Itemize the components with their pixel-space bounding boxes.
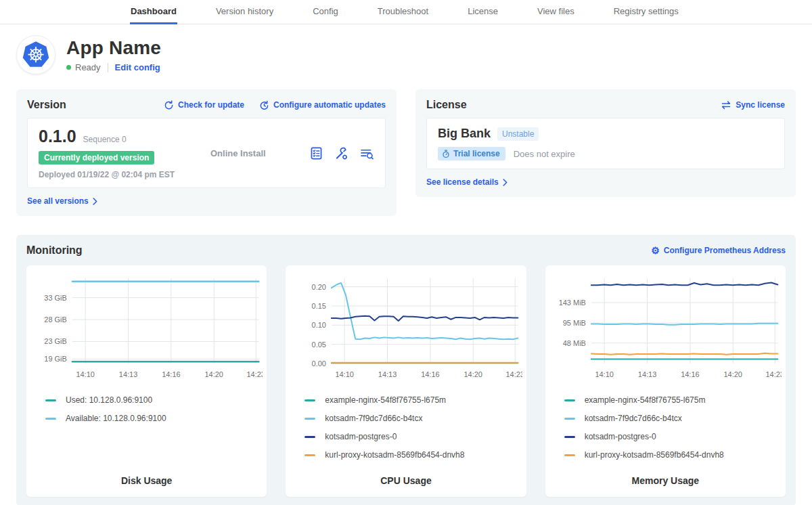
- version-card-title: Version: [27, 99, 66, 111]
- chevron-right-icon: [503, 179, 508, 186]
- legend-label: kurl-proxy-kotsadm-8569fb6454-dnvh8: [585, 450, 724, 460]
- chart-card-cpu: 14:1014:1314:1614:2014:230.200.150.100.0…: [286, 265, 526, 497]
- cards-row: Version Check for update: [0, 89, 812, 216]
- svg-text:14:23: 14:23: [765, 370, 782, 378]
- svg-text:23 GiB: 23 GiB: [44, 337, 67, 345]
- legend-label: kurl-proxy-kotsadm-8569fb6454-dnvh8: [325, 450, 464, 460]
- legend-item: kurl-proxy-kotsadm-8569fb6454-dnvh8: [304, 450, 522, 460]
- current-version-card: 0.1.0 Sequence 0 Currently deployed vers…: [27, 118, 386, 188]
- customer-name: Big Bank: [438, 127, 491, 141]
- tab-dashboard[interactable]: Dashboard: [130, 0, 177, 24]
- svg-text:14:23: 14:23: [246, 370, 263, 378]
- svg-text:14:16: 14:16: [162, 370, 180, 378]
- app-logo: [16, 35, 55, 74]
- series-line: [591, 353, 777, 355]
- check-for-update-button[interactable]: Check for update: [164, 100, 244, 110]
- chart-card-memory: 14:1014:1314:1614:2014:23143 MiB95 MiB48…: [545, 265, 786, 497]
- svg-text:14:13: 14:13: [378, 370, 397, 378]
- status-dot: [66, 65, 71, 70]
- configure-prometheus-link[interactable]: ⚙ Configure Prometheus Address: [651, 246, 786, 255]
- chart-svg-disk: 14:1014:1314:1614:2014:2333 GiB28 GiB23 …: [30, 273, 263, 387]
- svg-text:0.10: 0.10: [312, 321, 326, 329]
- legend-item: example-nginx-54f8f76755-l675m: [564, 395, 782, 405]
- configure-automatic-updates-button[interactable]: Configure automatic updates: [259, 100, 386, 110]
- legend-dash-icon: [564, 399, 575, 401]
- svg-text:95 MiB: 95 MiB: [562, 319, 585, 327]
- legend-label: kotsadm-postgres-0: [585, 432, 656, 441]
- tab-version-history[interactable]: Version history: [215, 0, 274, 24]
- legend-label: kotsadm-7f9dc7d66c-b4tcx: [585, 414, 682, 423]
- legend-item: example-nginx-54f8f76755-l675m: [304, 395, 522, 405]
- svg-text:14:10: 14:10: [336, 370, 354, 378]
- legend-dash-icon: [304, 454, 315, 456]
- view-logs-icon[interactable]: [359, 146, 374, 160]
- svg-text:14:20: 14:20: [205, 370, 223, 378]
- version-number: 0.1.0: [39, 127, 76, 146]
- svg-text:0.05: 0.05: [312, 341, 326, 349]
- chart-legend-disk: Used: 10.128.0.96:9100Available: 10.128.…: [30, 395, 263, 432]
- see-license-details-link[interactable]: See license details: [426, 177, 508, 187]
- svg-text:0.15: 0.15: [312, 302, 326, 310]
- top-nav: DashboardVersion historyConfigTroublesho…: [0, 0, 812, 24]
- legend-item: kotsadm-7f9dc7d66c-b4tcx: [304, 414, 522, 423]
- clock-refresh-icon: [259, 100, 269, 110]
- chart-legend-memory: example-nginx-54f8f76755-l675mkotsadm-7f…: [549, 395, 782, 468]
- tab-view-files[interactable]: View files: [537, 0, 575, 24]
- divider: [108, 63, 108, 72]
- tab-troubleshoot[interactable]: Troubleshoot: [377, 0, 429, 24]
- legend-item: kurl-proxy-kotsadm-8569fb6454-dnvh8: [564, 450, 782, 460]
- series-line: [332, 283, 518, 339]
- svg-text:19 GiB: 19 GiB: [44, 355, 67, 363]
- dashboard-page: DashboardVersion historyConfigTroublesho…: [0, 0, 812, 505]
- sequence-label: Sequence 0: [83, 135, 127, 144]
- legend-dash-icon: [564, 418, 575, 420]
- legend-dash-icon: [45, 418, 56, 420]
- preflight-checks-icon[interactable]: [309, 146, 323, 160]
- install-type-label: Online Install: [193, 148, 309, 158]
- svg-text:28 GiB: 28 GiB: [44, 315, 67, 324]
- kubernetes-icon: [20, 39, 52, 71]
- legend-label: kotsadm-postgres-0: [325, 432, 397, 441]
- tab-config[interactable]: Config: [312, 0, 339, 24]
- svg-text:0.00: 0.00: [312, 359, 326, 368]
- legend-dash-icon: [45, 399, 56, 401]
- svg-text:0.20: 0.20: [312, 283, 326, 291]
- chart-legend-cpu: example-nginx-54f8f76755-l675mkotsadm-7f…: [290, 395, 522, 468]
- legend-label: Available: 10.128.0.96:9100: [66, 414, 166, 423]
- svg-text:14:16: 14:16: [421, 370, 439, 378]
- svg-text:143 MiB: 143 MiB: [558, 299, 585, 307]
- monitoring-title: Monitoring: [26, 244, 83, 257]
- charts-row: 14:1014:1314:1614:2014:2333 GiB28 GiB23 …: [26, 265, 786, 497]
- edit-config-link[interactable]: Edit config: [115, 62, 160, 72]
- chart-svg-cpu: 14:1014:1314:1614:2014:230.200.150.100.0…: [290, 273, 522, 387]
- svg-text:14:13: 14:13: [637, 370, 656, 378]
- svg-text:48 MiB: 48 MiB: [562, 339, 585, 347]
- svg-text:14:20: 14:20: [723, 370, 742, 378]
- deployed-timestamp: Deployed 01/19/22 @ 02:04 pm EST: [39, 170, 193, 179]
- chevron-right-icon: [93, 198, 97, 205]
- version-card: Version Check for update: [16, 89, 397, 216]
- chart-title: Memory Usage: [549, 475, 782, 486]
- license-card: License Sync license Big Bank Unstable: [415, 89, 796, 197]
- legend-dash-icon: [304, 436, 315, 438]
- svg-text:14:13: 14:13: [119, 370, 137, 378]
- see-all-versions-link[interactable]: See all versions: [27, 196, 97, 206]
- chart-svg-memory: 14:1014:1314:1614:2014:23143 MiB95 MiB48…: [549, 273, 782, 387]
- app-header: App Name Ready Edit config: [0, 24, 812, 74]
- refresh-icon: [164, 100, 174, 110]
- svg-text:33 GiB: 33 GiB: [44, 294, 67, 302]
- tab-license[interactable]: License: [467, 0, 499, 24]
- legend-dash-icon: [304, 418, 315, 420]
- legend-dash-icon: [564, 454, 575, 456]
- sync-license-button[interactable]: Sync license: [721, 100, 785, 110]
- legend-label: kotsadm-7f9dc7d66c-b4tcx: [325, 414, 422, 423]
- deployed-badge: Currently deployed version: [39, 151, 154, 164]
- legend-label: example-nginx-54f8f76755-l675m: [585, 395, 706, 405]
- svg-text:14:23: 14:23: [506, 370, 522, 378]
- svg-text:14:20: 14:20: [464, 370, 482, 378]
- legend-item: Used: 10.128.0.96:9100: [45, 395, 263, 405]
- license-detail-card: Big Bank Unstable Trial license Does not…: [426, 118, 785, 169]
- legend-item: kotsadm-7f9dc7d66c-b4tcx: [564, 414, 782, 423]
- tab-registry-settings[interactable]: Registry settings: [613, 0, 679, 24]
- config-wrench-icon[interactable]: [334, 146, 348, 160]
